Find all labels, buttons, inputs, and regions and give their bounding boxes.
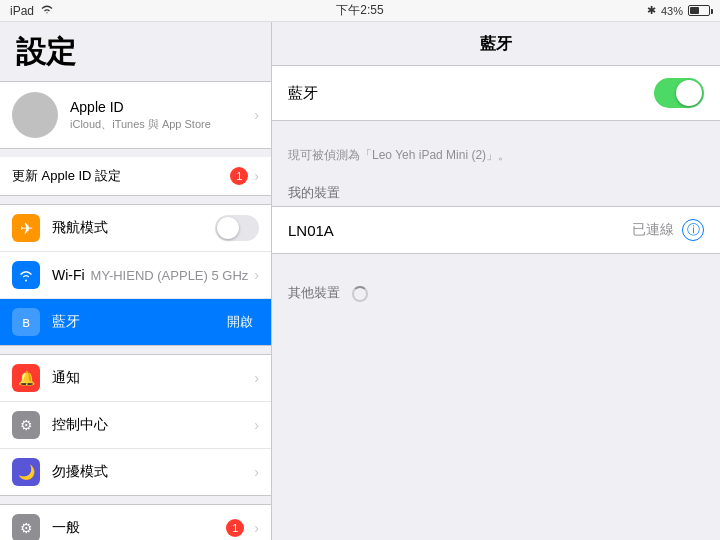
- bluetooth-toggle-row[interactable]: 藍牙: [272, 66, 720, 120]
- dnd-label: 勿擾模式: [52, 463, 254, 481]
- update-label: 更新 Apple ID 設定: [12, 167, 121, 185]
- right-panel: 藍牙 藍牙 現可被偵測為「Leo Yeh iPad Mini (2)」。 我的裝…: [272, 22, 720, 540]
- update-chevron-icon: ›: [254, 168, 259, 184]
- status-left: iPad: [10, 3, 54, 18]
- dnd-chevron-icon: ›: [254, 464, 259, 480]
- update-apple-id-row[interactable]: 更新 Apple ID 設定 1 ›: [0, 157, 271, 196]
- bluetooth-toggle-section: 藍牙: [272, 65, 720, 121]
- wifi-icon: [40, 3, 54, 18]
- bluetooth-sidebar-value: 開啟: [227, 313, 253, 331]
- status-time: 下午2:55: [336, 2, 383, 19]
- airplane-label: 飛航模式: [52, 219, 215, 237]
- dnd-row[interactable]: 🌙 勿擾模式 ›: [0, 449, 271, 495]
- notification-row[interactable]: 🔔 通知 ›: [0, 355, 271, 402]
- control-label: 控制中心: [52, 416, 254, 434]
- control-chevron-icon: ›: [254, 417, 259, 433]
- notification-chevron-icon: ›: [254, 370, 259, 386]
- device-status: 已連線: [632, 221, 674, 239]
- status-bar: iPad 下午2:55 ✱ 43%: [0, 0, 720, 22]
- control-row[interactable]: ⚙ 控制中心 ›: [0, 402, 271, 449]
- ipad-label: iPad: [10, 4, 34, 18]
- dnd-icon: 🌙: [12, 458, 40, 486]
- sidebar-title: 設定: [0, 22, 271, 81]
- general-chevron-icon: ›: [254, 520, 259, 536]
- avatar: [12, 92, 58, 138]
- general-row[interactable]: ⚙ 一般 1 ›: [0, 505, 271, 540]
- wifi-row[interactable]: Wi-Fi MY-HIEND (APPLE) 5 GHz ›: [0, 252, 271, 299]
- bluetooth-toggle-label: 藍牙: [288, 84, 654, 103]
- wifi-chevron-icon: ›: [254, 267, 259, 283]
- bluetooth-toggle-switch[interactable]: [654, 78, 704, 108]
- battery-icon: [688, 5, 710, 16]
- other-devices-header: 其他裝置: [272, 274, 720, 306]
- device-ln01a-row[interactable]: LN01A 已連線 ⓘ: [272, 207, 720, 253]
- profile-name: Apple ID: [70, 99, 211, 115]
- discoverable-label: 現可被偵測為「Leo Yeh iPad Mini (2)」。: [288, 148, 510, 162]
- wifi-label: Wi-Fi: [52, 267, 91, 283]
- settings-group-personalization: ⚙ 一般 1 › AA 螢幕顯示與亮度 › 背景圖片 ›: [0, 504, 271, 540]
- airplane-row[interactable]: ✈ 飛航模式: [0, 205, 271, 252]
- searching-spinner: [352, 286, 368, 302]
- my-devices-section: LN01A 已連線 ⓘ: [272, 206, 720, 254]
- other-devices-label: 其他裝置: [288, 285, 340, 300]
- wifi-value: MY-HIEND (APPLE) 5 GHz: [91, 268, 249, 283]
- discoverable-text: 現可被偵測為「Leo Yeh iPad Mini (2)」。: [272, 141, 720, 174]
- airplane-icon: ✈: [12, 214, 40, 242]
- battery-pct: 43%: [661, 5, 683, 17]
- my-devices-header: 我的裝置: [272, 174, 720, 206]
- airplane-toggle[interactable]: [215, 215, 259, 241]
- device-info-icon[interactable]: ⓘ: [682, 219, 704, 241]
- profile-subtitle: iCloud、iTunes 與 App Store: [70, 117, 211, 132]
- settings-group-connectivity: ✈ 飛航模式 Wi-Fi MY-HIEND (APPLE) 5 GHz › ʙ …: [0, 204, 271, 346]
- update-badge: 1: [230, 167, 248, 185]
- general-badge: 1: [226, 519, 244, 537]
- profile-row[interactable]: Apple ID iCloud、iTunes 與 App Store ›: [0, 81, 271, 149]
- bluetooth-status-icon: ✱: [647, 4, 656, 17]
- general-label: 一般: [52, 519, 226, 537]
- notification-label: 通知: [52, 369, 254, 387]
- profile-chevron-icon: ›: [254, 107, 259, 123]
- bluetooth-sidebar-icon: ʙ: [12, 308, 40, 336]
- bluetooth-row[interactable]: ʙ 藍牙 開啟: [0, 299, 271, 345]
- notification-icon: 🔔: [12, 364, 40, 392]
- control-icon: ⚙: [12, 411, 40, 439]
- profile-text: Apple ID iCloud、iTunes 與 App Store: [70, 99, 211, 132]
- general-icon: ⚙: [12, 514, 40, 540]
- settings-group-system: 🔔 通知 › ⚙ 控制中心 › 🌙 勿擾模式 ›: [0, 354, 271, 496]
- wifi-settings-icon: [12, 261, 40, 289]
- sidebar: 設定 Apple ID iCloud、iTunes 與 App Store › …: [0, 22, 272, 540]
- status-right: ✱ 43%: [647, 4, 710, 17]
- panel-content: 藍牙 現可被偵測為「Leo Yeh iPad Mini (2)」。 我的裝置 L…: [272, 65, 720, 306]
- main-layout: 設定 Apple ID iCloud、iTunes 與 App Store › …: [0, 22, 720, 540]
- toggle-knob: [676, 80, 702, 106]
- panel-title: 藍牙: [272, 22, 720, 65]
- device-name: LN01A: [288, 222, 632, 239]
- bluetooth-label: 藍牙: [52, 313, 227, 331]
